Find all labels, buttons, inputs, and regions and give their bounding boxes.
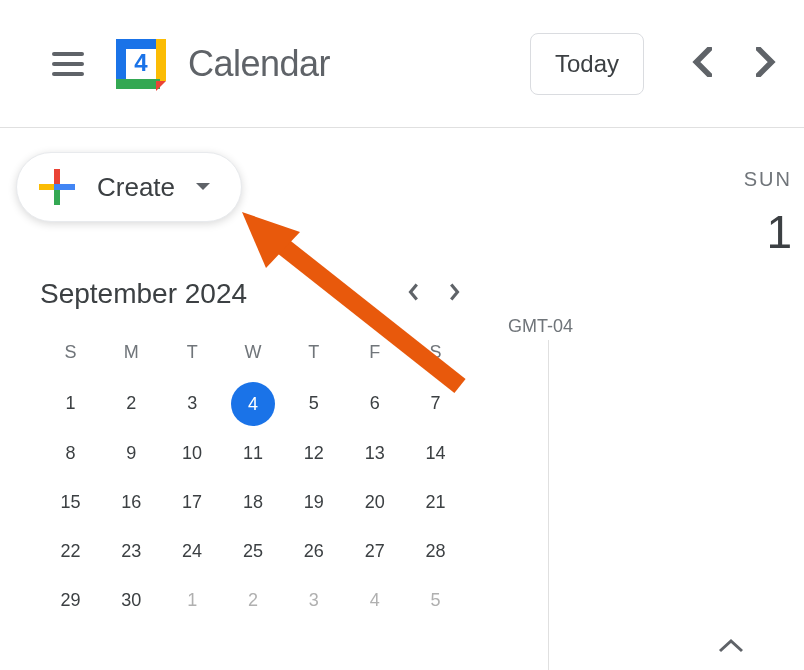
mini-calendar-grid: SMTWTFS123456789101112131415161718192021… [40, 334, 466, 625]
mini-cal-day[interactable]: 25 [223, 527, 284, 576]
mini-cal-day[interactable]: 2 [101, 379, 162, 429]
mini-cal-day[interactable]: 18 [223, 478, 284, 527]
mini-cal-day[interactable]: 16 [101, 478, 162, 527]
mini-cal-day[interactable]: 17 [162, 478, 223, 527]
svg-rect-8 [54, 189, 60, 205]
timezone-label: GMT-04 [508, 316, 573, 337]
mini-cal-day[interactable]: 3 [283, 576, 344, 625]
mini-cal-dow: W [223, 334, 284, 379]
today-button[interactable]: Today [530, 33, 644, 95]
date-nav [684, 39, 784, 89]
hamburger-icon [52, 52, 84, 76]
day-of-week-label: SUN [490, 168, 792, 191]
chevron-down-icon [195, 178, 211, 196]
mini-cal-day[interactable]: 9 [101, 429, 162, 478]
mini-cal-day[interactable]: 2 [223, 576, 284, 625]
mini-cal-day[interactable]: 1 [40, 379, 101, 429]
svg-rect-4 [116, 79, 160, 89]
mini-cal-day[interactable]: 11 [223, 429, 284, 478]
mini-cal-day[interactable]: 22 [40, 527, 101, 576]
mini-cal-day[interactable]: 12 [283, 429, 344, 478]
create-label: Create [97, 172, 175, 203]
mini-cal-day[interactable]: 7 [405, 379, 466, 429]
svg-rect-10 [59, 184, 75, 190]
svg-rect-11 [54, 184, 60, 190]
prev-period-button[interactable] [684, 39, 720, 89]
main-content: Create September 2024 SMTWTFS12345678910… [0, 128, 804, 670]
calendar-logo-icon: 4 [112, 35, 170, 93]
mini-cal-day[interactable]: 5 [283, 379, 344, 429]
mini-cal-dow: S [405, 334, 466, 379]
plus-icon [37, 167, 77, 207]
day-column-header[interactable]: SUN 1 [490, 168, 804, 259]
mini-cal-day[interactable]: 30 [101, 576, 162, 625]
mini-cal-day[interactable]: 21 [405, 478, 466, 527]
mini-cal-day[interactable]: 4 [344, 576, 405, 625]
app-header: 4 Calendar Today [0, 0, 804, 128]
chevron-up-icon [718, 638, 744, 654]
svg-rect-9 [39, 184, 55, 190]
mini-cal-day[interactable]: 20 [344, 478, 405, 527]
day-number-label: 1 [490, 205, 792, 259]
expand-button[interactable] [718, 638, 744, 658]
mini-cal-day[interactable]: 4 [223, 379, 284, 429]
next-period-button[interactable] [748, 39, 784, 89]
mini-cal-day[interactable]: 28 [405, 527, 466, 576]
mini-cal-next-button[interactable] [444, 278, 466, 310]
sidebar: Create September 2024 SMTWTFS12345678910… [0, 128, 490, 670]
app-title: Calendar [188, 43, 330, 85]
mini-cal-dow: F [344, 334, 405, 379]
mini-cal-day[interactable]: 8 [40, 429, 101, 478]
chevron-left-icon [692, 47, 712, 77]
mini-cal-dow: M [101, 334, 162, 379]
mini-cal-prev-button[interactable] [402, 278, 424, 310]
chevron-left-icon [406, 282, 420, 302]
mini-cal-dow: T [162, 334, 223, 379]
app-logo: 4 Calendar [112, 35, 330, 93]
mini-calendar: September 2024 SMTWTFS123456789101112131… [16, 278, 490, 625]
time-grid[interactable] [548, 340, 804, 670]
svg-rect-7 [54, 169, 60, 185]
mini-cal-day[interactable]: 15 [40, 478, 101, 527]
main-menu-button[interactable] [40, 40, 96, 88]
mini-cal-day[interactable]: 24 [162, 527, 223, 576]
mini-cal-day[interactable]: 13 [344, 429, 405, 478]
mini-cal-day[interactable]: 14 [405, 429, 466, 478]
create-button[interactable]: Create [16, 152, 242, 222]
mini-cal-day[interactable]: 27 [344, 527, 405, 576]
mini-cal-day[interactable]: 19 [283, 478, 344, 527]
mini-cal-dow: S [40, 334, 101, 379]
mini-cal-day[interactable]: 6 [344, 379, 405, 429]
svg-rect-3 [156, 39, 166, 81]
mini-cal-dow: T [283, 334, 344, 379]
chevron-right-icon [448, 282, 462, 302]
mini-cal-day[interactable]: 29 [40, 576, 101, 625]
mini-cal-day[interactable]: 23 [101, 527, 162, 576]
svg-text:4: 4 [134, 49, 148, 76]
mini-cal-day[interactable]: 10 [162, 429, 223, 478]
chevron-right-icon [756, 47, 776, 77]
day-view: SUN 1 GMT-04 [490, 128, 804, 670]
mini-cal-day[interactable]: 26 [283, 527, 344, 576]
mini-calendar-title: September 2024 [40, 278, 402, 310]
mini-cal-day[interactable]: 5 [405, 576, 466, 625]
mini-cal-day[interactable]: 3 [162, 379, 223, 429]
mini-cal-day[interactable]: 1 [162, 576, 223, 625]
mini-calendar-header: September 2024 [40, 278, 466, 310]
